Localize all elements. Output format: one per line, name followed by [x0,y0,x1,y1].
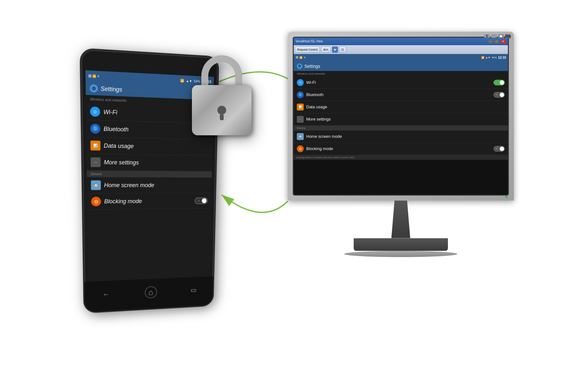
home-nav-icon[interactable]: ⌂ [144,286,157,299]
monitor-settings-header: ⚙ Settings [294,62,508,71]
monitor-blocking-label: Blocking mode [306,146,491,151]
monitor-settings-title: Settings [304,64,320,69]
monitor-status-right: 📶 ▲▼ 54% 12:10 [481,56,506,59]
monitor-data-icon: 📊 [297,104,304,110]
request-control-label: Request Control [297,48,318,51]
phone-settings-title: Settings [101,85,122,93]
app-title: VocalHost ISL View [296,40,323,43]
monitor-wifi-toggle-knob [500,80,504,85]
phone-data-item[interactable]: 📊 Data usage [86,137,213,155]
monitor-base-plate [344,251,457,257]
monitor-photo-icon: 🖼 [296,56,298,59]
monitor-bluetooth-icon: ⓑ [297,91,304,98]
app-toolbar: Request Control ⊕IA ■ ⊡ [294,45,508,54]
monitor-wifi-icon: 📶 [481,56,484,59]
toolbar-btn-3[interactable]: ⊡ [339,46,346,53]
monitor-blocking-icon: ⊖ [297,145,304,152]
footer-text: sharing active | remote user has control… [296,156,354,159]
monitor-device: E 🕐 100% VocalHost ISL View − [288,32,514,257]
data-usage-icon: 📊 [90,140,101,150]
more-settings-icon: ··· [90,157,101,167]
monitor-bluetooth-item[interactable]: ⓑ Bluetooth O [294,89,508,101]
close-btn[interactable]: ✕ [500,40,506,43]
wifi-icon: ⊙ [90,106,100,117]
main-scene: 🖼 📶 ✕ 📶 ▲▼ 54% 12:10 ⚙ Settings Wireless… [74,32,514,346]
window-controls: − □ ✕ [488,40,506,43]
monitor-signal-bars: ▲▼ [486,56,491,59]
app-titlebar: VocalHost ISL View − □ ✕ [294,38,508,45]
phone-device-section-label: Device [87,170,212,177]
monitor-bt-toggle-knob [500,93,504,97]
home-screen-label: Home screen mode [104,182,208,188]
settings-gear-icon: ⚙ [90,84,98,93]
more-settings-label: More settings [104,159,209,167]
monitor-screen: VocalHost ISL View − □ ✕ Reques [294,38,508,195]
monitor-status-footer: sharing active | remote user has control… [294,155,508,160]
recents-nav-icon[interactable]: ▭ [190,286,197,294]
toolbar-icon-1: ⊕IA [323,48,329,51]
blocking-toggle-off-label: O [196,199,202,202]
monitor-time: 12:10 [498,56,506,59]
monitor-blocking-item[interactable]: ⊖ Blocking mode O [294,143,508,155]
monitor-blocking-toggle[interactable]: O [493,146,505,152]
monitor-android-screen: 🖼 📶 ✕ 📶 ▲▼ 54% 12:10 [294,54,508,160]
blocking-mode-label: Blocking mode [104,197,192,205]
monitor-bezel: VocalHost ISL View − □ ✕ Reques [293,37,509,196]
padlock-body [192,85,252,135]
toolbar-icon-2: ■ [334,48,336,51]
wifi-label: Wi-Fi [103,108,193,118]
padlock [187,47,256,135]
monitor-wifi-toggle[interactable] [493,80,505,85]
monitor-more-icon: ··· [297,116,304,123]
monitor-bt-toggle-label: O [494,93,500,96]
phone-blocking-mode-item[interactable]: ⊖ Blocking mode O [87,193,211,210]
monitor-bluetooth-label: Bluetooth [306,92,491,97]
phone-status-icons: 🖼 📶 ✕ [88,74,100,78]
monitor-wifi-label: Wi-Fi [306,80,491,85]
monitor-blocking-toggle-knob [500,147,504,151]
max-btn[interactable]: □ [494,40,499,43]
monitor-bluetooth-toggle[interactable]: O [493,92,505,98]
request-control-btn[interactable]: Request Control [295,46,320,53]
monitor-home-icon: 🏠 [297,133,304,140]
monitor-wifi-item[interactable]: ⊙ Wi-Fi [294,77,508,89]
home-screen-icon: 🏠 [91,180,101,190]
monitor-wireless-label: Wireless and networks [294,71,508,77]
blocking-mode-icon: ⊖ [91,197,101,206]
monitor-more-item[interactable]: ··· More settings [294,113,508,126]
monitor-data-label: Data usage [306,105,505,109]
monitor-data-item[interactable]: 📊 Data usage [294,101,508,113]
back-nav-icon[interactable]: ← [103,290,110,299]
monitor-body: E 🕐 100% VocalHost ISL View − [288,32,514,201]
monitor-blocking-toggle-label: O [494,147,500,150]
monitor-device-label: Device [294,126,508,131]
monitor-neck [385,201,416,238]
monitor-power-led [505,196,508,198]
blocking-toggle-knob [202,198,206,203]
monitor-home-label: Home screen mode [306,134,505,139]
monitor-battery: 54% [492,56,497,59]
phone-nav-bar: ← ⌂ ▭ [84,276,213,312]
monitor-signal-icon: 📶 [299,56,302,59]
monitor-app-window: VocalHost ISL View − □ ✕ Reques [294,38,508,160]
data-usage-label: Data usage [104,142,209,151]
bluetooth-label: Bluetooth [104,125,193,134]
settings-small-icon: ✕ [97,74,100,78]
toolbar-btn-2[interactable]: ■ [332,46,338,53]
min-btn[interactable]: − [488,40,493,43]
blocking-toggle[interactable]: O [195,197,208,204]
monitor-more-label: More settings [306,117,505,121]
bluetooth-icon: ⓑ [90,123,100,134]
toolbar-btn-1[interactable]: ⊕IA [321,46,331,53]
monitor-status-icons: 🖼 📶 ✕ [296,56,306,59]
monitor-base [354,238,448,251]
monitor-wifi-icon-item: ⊙ [297,79,304,86]
monitor-status-bar: 🖼 📶 ✕ 📶 ▲▼ 54% 12:10 [294,54,508,62]
signal-icon: 📶 [92,74,96,78]
wifi-status-icon: 📶 [180,78,184,82]
photo-icon: 🖼 [88,74,91,78]
phone-home-screen-item[interactable]: 🏠 Home screen mode [87,177,212,193]
monitor-home-item[interactable]: 🏠 Home screen mode [294,131,508,143]
monitor-gear-icon: ⚙ [297,63,302,69]
phone-more-settings-item[interactable]: ··· More settings [87,154,212,171]
